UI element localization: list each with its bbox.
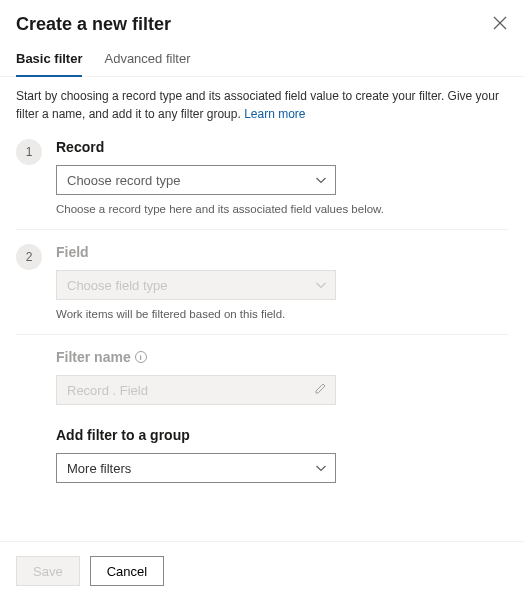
field-type-select: Choose field type xyxy=(56,270,336,300)
step-badge-2: 2 xyxy=(16,244,42,270)
close-button[interactable] xyxy=(491,14,509,32)
filter-group-select[interactable]: More filters xyxy=(56,453,336,483)
chevron-down-icon xyxy=(315,278,327,293)
dialog-title: Create a new filter xyxy=(16,14,171,35)
filter-name-section: Filter name i Record . Field xyxy=(16,349,509,405)
divider xyxy=(16,229,509,230)
record-type-select[interactable]: Choose record type xyxy=(56,165,336,195)
filter-group-value: More filters xyxy=(67,461,131,476)
tab-advanced-filter[interactable]: Advanced filter xyxy=(104,43,190,76)
add-to-group-section: Add filter to a group More filters xyxy=(16,427,509,483)
tab-list: Basic filter Advanced filter xyxy=(0,43,525,77)
chevron-down-icon xyxy=(315,173,327,188)
record-label: Record xyxy=(56,139,509,155)
field-label: Field xyxy=(56,244,509,260)
learn-more-link[interactable]: Learn more xyxy=(244,107,305,121)
field-caption: Work items will be filtered based on thi… xyxy=(56,308,509,320)
chevron-down-icon xyxy=(315,461,327,476)
close-icon xyxy=(493,16,507,30)
record-select-placeholder: Choose record type xyxy=(67,173,180,188)
save-button: Save xyxy=(16,556,80,586)
dialog-footer: Save Cancel xyxy=(0,541,525,600)
pencil-icon[interactable] xyxy=(314,382,327,398)
divider xyxy=(16,334,509,335)
step-field: 2 Field Choose field type Work items wil… xyxy=(16,244,509,320)
field-select-placeholder: Choose field type xyxy=(67,278,167,293)
filter-name-input: Record . Field xyxy=(56,375,336,405)
step-record: 1 Record Choose record type Choose a rec… xyxy=(16,139,509,215)
tab-basic-filter[interactable]: Basic filter xyxy=(16,43,82,76)
filter-name-label: Filter name xyxy=(56,349,131,365)
record-caption: Choose a record type here and its associ… xyxy=(56,203,509,215)
filter-name-placeholder: Record . Field xyxy=(67,383,148,398)
cancel-button[interactable]: Cancel xyxy=(90,556,164,586)
info-icon[interactable]: i xyxy=(135,351,147,363)
add-to-group-label: Add filter to a group xyxy=(56,427,509,443)
step-badge-1: 1 xyxy=(16,139,42,165)
intro-text: Start by choosing a record type and its … xyxy=(0,77,525,139)
